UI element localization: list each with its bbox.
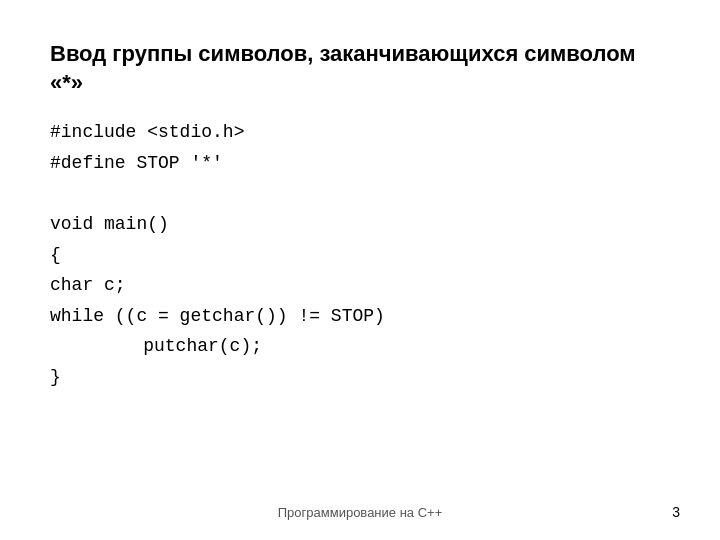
- code-block: #include <stdio.h> #define STOP '*' void…: [50, 117, 670, 392]
- code-line-2: #define STOP '*': [50, 148, 670, 179]
- slide: Ввод группы символов, заканчивающихся си…: [0, 0, 720, 540]
- slide-title: Ввод группы символов, заканчивающихся си…: [50, 40, 670, 97]
- code-line-6: char c;: [50, 270, 670, 301]
- code-line-8: putchar(c);: [50, 331, 670, 362]
- page-number: 3: [672, 504, 680, 520]
- code-line-4: void main(): [50, 209, 670, 240]
- code-line-7: while ((c = getchar()) != STOP): [50, 301, 670, 332]
- code-line-9: }: [50, 362, 670, 393]
- footer: Программирование на С++: [0, 505, 720, 520]
- code-line-1: #include <stdio.h>: [50, 117, 670, 148]
- footer-label: Программирование на С++: [278, 505, 442, 520]
- code-line-5: {: [50, 240, 670, 271]
- code-line-3: [50, 178, 670, 209]
